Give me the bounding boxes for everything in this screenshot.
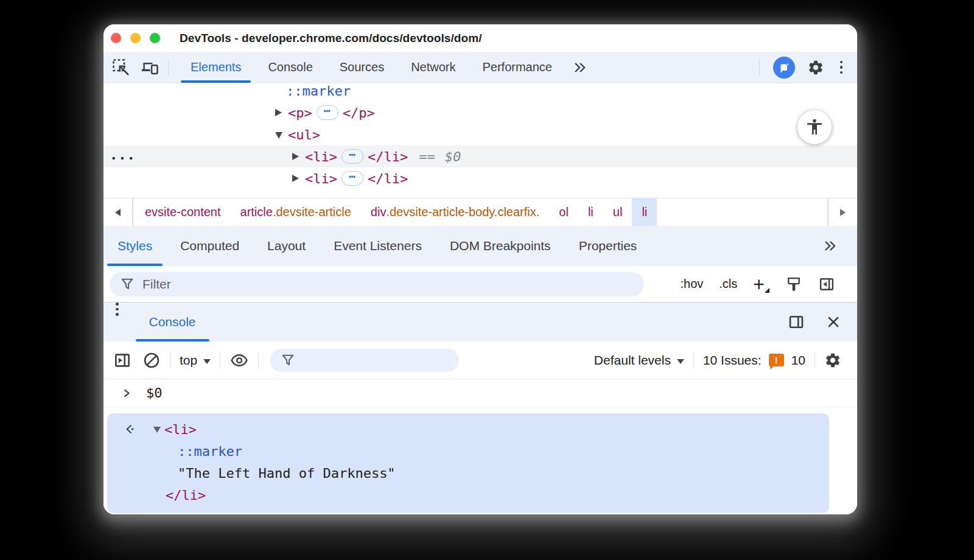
disclosure-right-icon[interactable] [292,153,299,160]
tab-elements[interactable]: Elements [177,52,254,83]
crumb-li[interactable]: li [578,198,603,226]
console-toolbar: top Default levels 10 Issues: ! [103,341,857,379]
disclosure-right-icon[interactable] [292,175,299,182]
issues-badge-icon: ! [769,354,784,366]
tab-properties[interactable]: Properties [565,226,651,266]
close-drawer-icon[interactable] [825,314,841,330]
kebab-menu-icon[interactable] [836,60,847,75]
toolbar-divider [258,352,259,369]
execution-context-select[interactable]: top [180,353,211,368]
tag-open: <li> [305,171,337,186]
tree-row-li-selected[interactable]: ... <li> ⋯ </li> == $0 [103,145,857,167]
console-drawer-header: Console [103,303,857,341]
drawer-tab-console[interactable]: Console [132,303,213,341]
toolbar-divider [759,59,760,76]
crumb-ol[interactable]: ol [549,198,578,226]
dock-sidebar-left-icon[interactable] [818,276,835,293]
inline-expand-icon[interactable]: ⋯ [317,105,338,120]
result-text-node: "The Left Hand of Darkness" [178,466,396,481]
inline-expand-icon[interactable]: ⋯ [342,171,363,186]
crumb-article[interactable]: article.devsite-article [231,198,361,226]
filter-funnel-icon [121,278,134,291]
toggle-hover-state-button[interactable]: :hov [681,277,704,291]
row-actions-hint[interactable]: ... [110,147,136,163]
tree-row-marker[interactable]: ::marker [103,83,857,102]
tree-row-li[interactable]: <li> ⋯ </li> [103,167,857,189]
toolbar-divider [220,352,220,369]
styles-filter-input[interactable]: Filter [110,272,644,296]
issues-counter[interactable]: 10 Issues: ! 10 [703,353,805,368]
window-title: DevTools - developer.chrome.com/docs/dev… [180,32,482,45]
tab-dom-breakpoints[interactable]: DOM Breakpoints [436,226,565,266]
more-tabs-icon[interactable] [566,60,595,75]
tag-close: </p> [343,105,375,121]
tag-open: <ul> [288,127,320,142]
paint-flashing-icon[interactable] [785,276,802,293]
styles-filter-bar: Filter :hov .cls + [103,266,857,303]
device-toolbar-icon[interactable] [140,58,159,77]
disclosure-down-icon[interactable] [275,132,282,139]
settings-gear-icon[interactable] [807,59,824,76]
tab-styles[interactable]: Styles [103,226,166,266]
result-pseudo-element[interactable]: ::marker [178,444,242,459]
more-tabs-icon[interactable] [822,226,839,266]
tag-open: <li> [305,149,337,164]
equals-sign: == [419,149,435,164]
tab-performance[interactable]: Performance [469,52,566,83]
tab-layout[interactable]: Layout [253,226,320,266]
minimize-window-button[interactable] [130,33,141,43]
inline-expand-icon[interactable]: ⋯ [342,149,363,164]
drawer-kebab-menu-icon[interactable] [103,303,124,341]
live-expression-eye-icon[interactable] [229,351,249,369]
log-levels-select[interactable]: Default levels [594,353,684,368]
toolbar-divider [170,352,170,369]
disclosure-down-icon[interactable] [153,427,161,433]
tab-sources[interactable]: Sources [326,52,398,83]
tree-row-p[interactable]: <p> ⋯ </p> [103,102,857,124]
new-style-rule-button[interactable]: + [753,275,769,294]
tab-console[interactable]: Console [254,52,326,83]
breadcrumb-scroll-right-icon[interactable] [828,198,857,226]
devtools-toolbar: Elements Console Sources Network Perform… [103,52,857,83]
inspect-element-icon[interactable] [112,58,130,77]
maximize-window-button[interactable] [150,33,160,43]
crumb-devsite-content[interactable]: evsite-content [135,198,231,226]
result-tag-close: </li> [166,488,206,503]
disclosure-right-icon[interactable] [275,109,282,116]
accessibility-icon[interactable] [797,110,832,144]
filter-funnel-icon [281,354,295,367]
console-settings-gear-icon[interactable] [824,352,841,369]
elements-dom-tree: ::marker <p> ⋯ </p> <ul> ... <li> ⋯ </li… [103,83,857,198]
toolbar-divider [168,59,169,76]
filter-placeholder: Filter [142,277,171,292]
ai-assistance-icon[interactable] [773,57,795,79]
tag-close: </li> [368,171,408,186]
panel-tabs: Elements Console Sources Network Perform… [177,52,566,83]
toolbar-divider [815,352,815,369]
crumb-div[interactable]: div.devsite-article-body.clearfix. [361,198,550,226]
returned-value-icon [124,423,136,435]
result-tag-open: <li> [164,422,197,437]
devtools-window: DevTools - developer.chrome.com/docs/dev… [103,24,857,514]
tab-network[interactable]: Network [398,52,469,83]
console-result-block[interactable]: <li> ::marker "The Left Hand of Darkness… [107,413,829,513]
tag-close: </li> [368,149,408,164]
split-panel-icon[interactable] [788,313,805,331]
crumb-ul[interactable]: ul [603,198,632,226]
crumb-li-selected[interactable]: li [632,198,657,226]
console-command-echo[interactable]: $0 [103,379,857,407]
console-filter-input[interactable] [270,349,459,372]
breadcrumb-scroll-left-icon[interactable] [103,198,133,226]
title-bar: DevTools - developer.chrome.com/docs/dev… [103,24,857,52]
toolbar-divider [693,352,694,369]
show-console-sidebar-icon[interactable] [113,351,131,369]
console-messages: $0 <li> ::marker "The Left Hand of Darkn… [103,379,857,514]
dollar-zero-ref: $0 [445,149,461,164]
clear-console-icon[interactable] [142,351,161,369]
tree-row-ul[interactable]: <ul> [103,124,857,145]
chevron-down-icon [677,359,684,364]
tab-computed[interactable]: Computed [166,226,253,266]
toggle-class-button[interactable]: .cls [719,277,737,291]
close-window-button[interactable] [111,33,121,43]
tab-event-listeners[interactable]: Event Listeners [320,226,436,266]
